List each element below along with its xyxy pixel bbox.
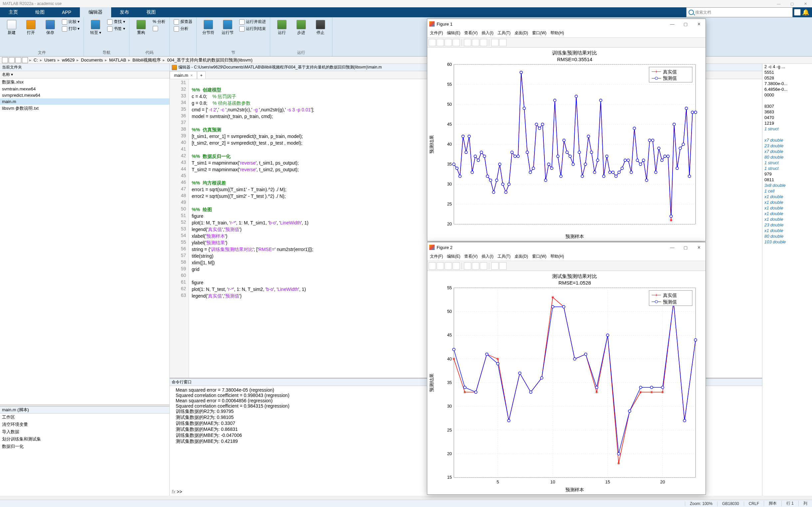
ribbon-tab-home[interactable]: 主页 bbox=[0, 7, 27, 17]
ribbon-tab-view[interactable]: 视图 bbox=[138, 7, 164, 17]
search-input[interactable]: 搜索文档 bbox=[686, 7, 793, 17]
fig1-menu-window[interactable]: 窗口(W) bbox=[532, 30, 547, 36]
fig1-menu-insert[interactable]: 插入(I) bbox=[481, 30, 493, 36]
section-item[interactable]: 清空环境变量 bbox=[0, 421, 169, 428]
close-button[interactable]: ✕ bbox=[799, 0, 812, 7]
fig2-legend-icon[interactable] bbox=[480, 262, 487, 270]
fig1-open-icon[interactable] bbox=[437, 39, 444, 46]
fig2-close[interactable]: ✕ bbox=[692, 242, 706, 252]
compare-button[interactable]: 比较 ▾ bbox=[61, 19, 80, 25]
fig1-close[interactable]: ✕ bbox=[692, 19, 706, 29]
close-icon[interactable]: × bbox=[190, 73, 193, 78]
ribbon-tab-plot[interactable]: 绘图 bbox=[27, 7, 53, 17]
fx-button[interactable] bbox=[152, 25, 166, 32]
fig1-menu-help[interactable]: 帮助(H) bbox=[550, 30, 564, 36]
fig1-new-icon[interactable] bbox=[428, 39, 436, 46]
bookmark-button[interactable]: 书签 ▾ bbox=[106, 25, 125, 32]
fig2-menu-desktop[interactable]: 桌面(D) bbox=[514, 253, 528, 259]
fig2-save-icon[interactable] bbox=[445, 262, 452, 270]
editor-tab-add[interactable]: + bbox=[197, 71, 206, 79]
file-item-svmtrain[interactable]: svmtrain.mexw64 bbox=[0, 86, 169, 92]
section-item[interactable]: 数据归一化 bbox=[0, 443, 169, 450]
figure-1-window[interactable]: Figure 1 —▢✕ 文件(F) 编辑(E) 查看(V) 插入(I) 工具(… bbox=[427, 19, 706, 241]
fig2-print-icon[interactable] bbox=[453, 262, 460, 270]
fig1-maximize[interactable]: ▢ bbox=[679, 19, 692, 29]
file-item-main[interactable]: main.m bbox=[0, 98, 169, 105]
up-icon[interactable] bbox=[15, 57, 21, 63]
fig2-menu-view[interactable]: 查看(V) bbox=[464, 253, 477, 259]
user-icon[interactable] bbox=[794, 9, 801, 16]
step-button[interactable]: 步进 bbox=[293, 19, 309, 37]
section-item[interactable]: 导入数据 bbox=[0, 428, 169, 436]
run-advance-button[interactable]: 运行并前进 bbox=[239, 19, 266, 25]
crumb[interactable]: 004_基于支持向量机的数据回归预测(libsvm) bbox=[166, 57, 254, 63]
crumb[interactable]: MATLAB bbox=[108, 58, 128, 62]
fig2-link-icon[interactable] bbox=[464, 262, 471, 270]
section-break-button[interactable]: 分节符 bbox=[200, 19, 217, 37]
fig1-legend-icon[interactable] bbox=[480, 39, 487, 46]
fig2-menu-window[interactable]: 窗口(W) bbox=[532, 253, 547, 259]
fig1-pointer-icon[interactable] bbox=[491, 39, 499, 46]
name-column-header[interactable]: 名称 ▾ bbox=[0, 71, 169, 78]
fig1-menu-desktop[interactable]: 桌面(D) bbox=[514, 30, 528, 36]
fig1-print-icon[interactable] bbox=[453, 39, 460, 46]
forward-icon[interactable] bbox=[9, 57, 15, 63]
fig1-menu-tools[interactable]: 工具(T) bbox=[498, 30, 510, 36]
ribbon-tab-editor[interactable]: 编辑器 bbox=[80, 7, 111, 17]
folder-icon[interactable] bbox=[22, 57, 28, 63]
open-button[interactable]: 打开 bbox=[22, 19, 39, 37]
analyze-code-button[interactable]: % 分析 bbox=[152, 19, 166, 25]
fig2-menu-edit[interactable]: 编辑(E) bbox=[447, 253, 460, 259]
file-item-svmpredict[interactable]: svmpredict.mexw64 bbox=[0, 92, 169, 98]
fig1-axes[interactable]: 202530354045505560训练集预测结果对比RMSE=0.35514预… bbox=[427, 48, 706, 241]
fig2-open-icon[interactable] bbox=[437, 262, 444, 270]
fig2-minimize[interactable]: — bbox=[666, 242, 679, 252]
run-to-end-button[interactable]: 运行到结束 bbox=[239, 25, 266, 32]
print-button[interactable]: 打印 ▾ bbox=[61, 25, 80, 32]
fig2-colorbar-icon[interactable] bbox=[472, 262, 479, 270]
analyze-button[interactable]: 分析 bbox=[173, 25, 193, 32]
fig1-menu-edit[interactable]: 编辑(E) bbox=[447, 30, 460, 36]
fig1-colorbar-icon[interactable] bbox=[472, 39, 479, 46]
save-button[interactable]: 保存 bbox=[42, 19, 59, 37]
minimize-button[interactable]: — bbox=[772, 0, 785, 7]
crumb[interactable]: Documents bbox=[80, 58, 104, 62]
fig1-minimize[interactable]: — bbox=[666, 19, 679, 29]
section-item[interactable]: 工作区 bbox=[0, 413, 169, 421]
find-button[interactable]: 查找 ▾ bbox=[106, 19, 125, 25]
stop-button[interactable]: 停止 bbox=[312, 19, 329, 37]
file-item-xlsx[interactable]: 数据集.xlsx bbox=[0, 78, 169, 86]
figure-2-window[interactable]: Figure 2 —▢✕ 文件(F) 编辑(E) 查看(V) 插入(I) 工具(… bbox=[427, 242, 706, 495]
editor-tab-main[interactable]: main.m× bbox=[170, 71, 197, 79]
new-button[interactable]: 新建 bbox=[3, 19, 20, 37]
fig1-save-icon[interactable] bbox=[445, 39, 452, 46]
ribbon-tab-app[interactable]: APP bbox=[53, 7, 80, 17]
fig1-menu-file[interactable]: 文件(F) bbox=[430, 30, 443, 36]
fig1-edit-icon[interactable] bbox=[499, 39, 507, 46]
fig2-menu-help[interactable]: 帮助(H) bbox=[550, 253, 564, 259]
fig2-maximize[interactable]: ▢ bbox=[679, 242, 692, 252]
crumb[interactable]: Bilibili视频程序 bbox=[131, 57, 162, 63]
run-button[interactable]: 运行 bbox=[273, 19, 290, 37]
fig2-menu-file[interactable]: 文件(F) bbox=[430, 253, 443, 259]
ribbon-tab-publish[interactable]: 发布 bbox=[111, 7, 138, 17]
fig1-menu-view[interactable]: 查看(V) bbox=[464, 30, 477, 36]
explorer-button[interactable]: 探查器 bbox=[173, 19, 193, 25]
fig2-axes[interactable]: 1520253035404550555101520测试集预测结果对比RMSE=1… bbox=[427, 271, 706, 494]
notification-icon[interactable]: 🔔 bbox=[802, 9, 809, 16]
maximize-button[interactable]: ▢ bbox=[785, 0, 799, 7]
crumb[interactable]: C: bbox=[32, 58, 39, 62]
file-item-txt[interactable]: libsvm 参数说明.txt bbox=[0, 105, 169, 112]
fig2-pointer-icon[interactable] bbox=[491, 262, 499, 270]
status-zoom[interactable]: Zoom: 100% bbox=[685, 501, 717, 506]
run-section-button[interactable]: 运行节 bbox=[219, 19, 236, 37]
crumb[interactable]: Users bbox=[43, 58, 57, 62]
section-item[interactable]: 划分训练集和测试集 bbox=[0, 436, 169, 443]
crumb[interactable]: w9629 bbox=[61, 58, 76, 62]
fig1-link-icon[interactable] bbox=[464, 39, 471, 46]
fig2-edit-icon[interactable] bbox=[499, 262, 507, 270]
refactor-button[interactable]: 重构 bbox=[133, 19, 149, 37]
fig2-menu-tools[interactable]: 工具(T) bbox=[498, 253, 510, 259]
goto-button[interactable]: 转至 ▾ bbox=[87, 19, 104, 37]
back-icon[interactable] bbox=[2, 57, 8, 63]
